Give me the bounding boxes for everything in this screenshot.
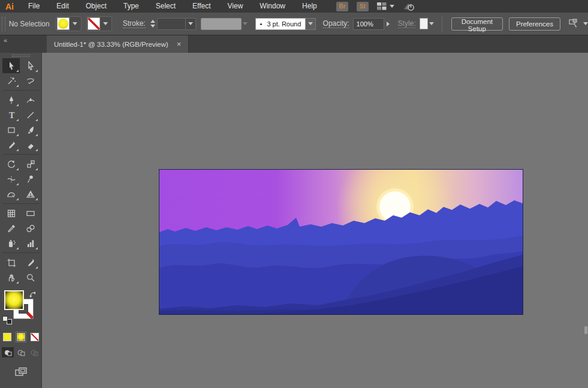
style-swatch[interactable] <box>420 18 428 29</box>
perspective-grid-icon <box>26 190 35 199</box>
workspace-switcher[interactable] <box>377 2 394 10</box>
panel-drag-handle[interactable] <box>12 55 30 57</box>
symbol-sprayer-icon <box>7 239 16 248</box>
fill-color-control[interactable] <box>56 16 82 31</box>
line-segment-icon <box>26 110 35 120</box>
stroke-weight-stepper[interactable] <box>150 18 156 30</box>
width-tool[interactable] <box>2 172 20 187</box>
pin-icon <box>26 175 35 184</box>
draw-behind-button[interactable] <box>15 347 27 357</box>
mesh-tool[interactable] <box>2 206 20 221</box>
hand-tool[interactable] <box>2 270 20 285</box>
curvature-tool[interactable] <box>22 92 39 107</box>
screen-mode-button[interactable] <box>13 366 29 378</box>
preferences-button[interactable]: Preferences <box>509 17 560 31</box>
type-tool[interactable]: T <box>2 107 20 122</box>
puppet-warp-tool[interactable] <box>22 172 39 187</box>
pen-tool[interactable] <box>2 92 20 107</box>
opacity-expand-icon[interactable] <box>387 22 390 26</box>
symbol-sprayer-tool[interactable] <box>2 236 20 251</box>
bridge-button[interactable]: Br <box>336 2 348 11</box>
fill-dropdown-button[interactable] <box>70 17 80 30</box>
collapse-panel-button[interactable]: « <box>4 37 7 44</box>
chevron-down-icon <box>583 22 588 25</box>
lasso-icon <box>26 76 35 86</box>
menu-select[interactable]: Select <box>147 0 184 13</box>
color-button[interactable] <box>2 332 13 342</box>
stroke-dropdown-button[interactable] <box>100 17 111 30</box>
brush-chevron[interactable] <box>306 18 316 30</box>
swap-fill-stroke-icon[interactable] <box>29 290 37 299</box>
shape-builder-tool[interactable] <box>2 187 20 201</box>
document-tab[interactable]: Untitled-1* @ 33.33% (RGB/Preview) × <box>47 35 189 53</box>
menu-file[interactable]: File <box>20 0 48 13</box>
selection-status: No Selection <box>9 20 50 28</box>
gradient-tool[interactable] <box>22 206 39 221</box>
rectangle-tool[interactable] <box>2 122 20 137</box>
paintbrush-tool[interactable] <box>22 122 39 137</box>
brush-field[interactable]: • 3 pt. Round <box>255 18 306 30</box>
menu-window[interactable]: Window <box>251 0 294 13</box>
menu-edit[interactable]: Edit <box>48 0 77 13</box>
style-dropdown-button[interactable] <box>428 17 436 30</box>
divider <box>2 154 40 155</box>
menu-help[interactable]: Help <box>294 0 325 13</box>
selection-tool[interactable] <box>2 58 20 73</box>
stock-button[interactable]: St <box>357 2 369 11</box>
artboard[interactable] <box>159 169 523 315</box>
artboard-tool[interactable] <box>2 255 20 270</box>
illustrator-logo: Ai <box>0 2 20 11</box>
zoom-tool[interactable] <box>22 270 39 285</box>
eraser-tool[interactable] <box>22 137 39 152</box>
lasso-tool[interactable] <box>22 73 39 88</box>
curvature-icon <box>26 95 35 105</box>
slice-tool[interactable] <box>22 255 39 270</box>
chevron-down-icon <box>188 22 193 25</box>
none-color-icon <box>31 333 39 341</box>
shape-builder-icon <box>7 190 16 199</box>
power-icon[interactable] <box>403 2 415 11</box>
direct-selection-tool[interactable] <box>22 58 39 73</box>
close-tab-icon[interactable]: × <box>177 40 182 48</box>
stroke-weight-chevron[interactable] <box>186 18 196 30</box>
width-profile-dropdown <box>201 18 241 30</box>
menu-type[interactable]: Type <box>115 0 147 13</box>
draw-inside-button[interactable] <box>28 347 40 357</box>
opacity-input[interactable] <box>353 18 384 30</box>
stepper-up-icon <box>150 20 155 23</box>
column-graph-tool[interactable] <box>22 236 39 251</box>
style-label[interactable]: Style: <box>398 19 416 28</box>
rotate-tool[interactable] <box>2 157 20 172</box>
panel-grip[interactable] <box>2 17 5 31</box>
gradient-button[interactable] <box>16 332 26 342</box>
select-similar-control[interactable] <box>568 19 588 29</box>
magic-wand-tool[interactable] <box>2 73 20 88</box>
fill-stroke-cluster <box>0 288 42 330</box>
menu-object[interactable]: Object <box>77 0 115 13</box>
stroke-weight-label[interactable]: Stroke: <box>123 19 146 28</box>
stroke-color-control[interactable] <box>86 16 112 31</box>
canvas-pasteboard[interactable] <box>43 53 588 388</box>
stroke-swatch[interactable] <box>88 17 100 30</box>
scale-tool[interactable] <box>22 157 39 172</box>
stroke-weight-field[interactable] <box>157 18 186 30</box>
none-button[interactable] <box>29 332 40 342</box>
line-segment-tool[interactable] <box>22 107 39 122</box>
stroke-weight-dropdown[interactable] <box>157 18 196 30</box>
draw-normal-button[interactable] <box>2 347 14 357</box>
blend-tool[interactable] <box>22 221 39 236</box>
tools-panel: T <box>0 53 42 388</box>
fill-swatch[interactable] <box>57 17 70 30</box>
opacity-label[interactable]: Opacity: <box>323 19 349 28</box>
menu-view[interactable]: View <box>219 0 252 13</box>
document-setup-button[interactable]: Document Setup <box>451 17 503 31</box>
perspective-grid-tool[interactable] <box>22 187 39 201</box>
scale-icon <box>26 160 35 169</box>
shaper-tool[interactable] <box>2 137 20 152</box>
vertical-scrollbar-thumb[interactable] <box>584 326 587 334</box>
fill-swatch-large[interactable] <box>4 290 24 310</box>
default-fill-stroke-icon[interactable] <box>2 316 12 324</box>
eyedropper-tool[interactable] <box>2 221 20 236</box>
menu-effect[interactable]: Effect <box>184 0 219 13</box>
brush-definition-dropdown[interactable]: • 3 pt. Round <box>255 18 316 30</box>
